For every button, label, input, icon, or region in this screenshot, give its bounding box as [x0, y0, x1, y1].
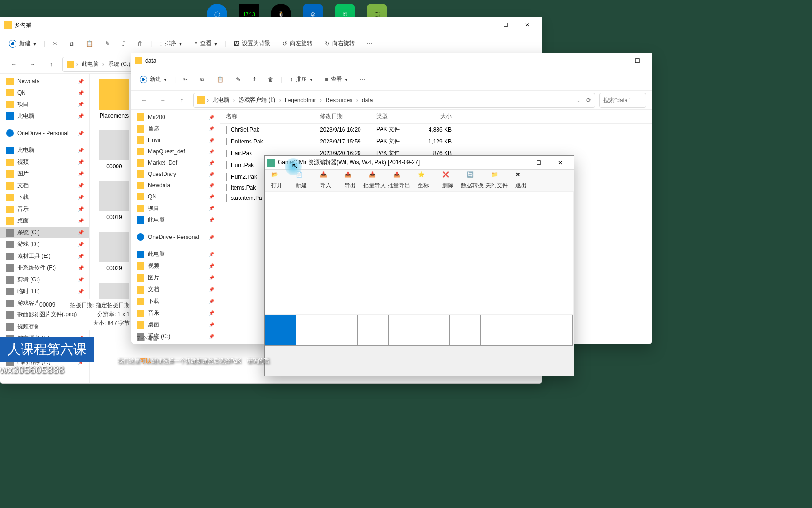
sidebar-item[interactable]: OneDrive - Personal📌 [131, 231, 220, 243]
sidebar-item[interactable]: Newdata📌 [0, 76, 89, 87]
new-button[interactable]: 新建 ▾ [135, 72, 172, 86]
rename-button[interactable]: ✎ [231, 73, 245, 86]
search-input[interactable] [599, 93, 646, 108]
pin-icon[interactable]: 📌 [209, 287, 214, 292]
breadcrumb-item[interactable]: Legendofmir [283, 96, 318, 104]
pin-icon[interactable]: 📌 [78, 289, 84, 294]
pin-icon[interactable]: 📌 [209, 126, 214, 131]
up-button[interactable]: ↑ [174, 93, 189, 108]
more-button[interactable]: ⋯ [355, 73, 370, 86]
back-button[interactable]: ← [137, 93, 152, 108]
rotate-left-button[interactable]: ↺ 向左旋转 [278, 37, 317, 50]
sidebar-item[interactable]: QN📌 [131, 191, 220, 202]
titlebar[interactable]: GameOfMir 资源编辑器(Wil, Wis, Wzl, Pak) [201… [265, 156, 574, 170]
pin-icon[interactable]: 📌 [78, 254, 84, 259]
paste-button[interactable]: 📋 [212, 73, 228, 86]
paste-button[interactable]: 📋 [81, 38, 98, 50]
pin-icon[interactable]: 📌 [209, 194, 214, 199]
pin-icon[interactable]: 📌 [209, 310, 214, 316]
sidebar-item[interactable]: 游戏 (D:)📌 [0, 238, 89, 250]
refresh-button[interactable]: ⟳ [586, 97, 591, 103]
pin-icon[interactable]: 📌 [78, 79, 84, 84]
pin-icon[interactable]: 📌 [78, 131, 84, 136]
sidebar-item[interactable]: 图片📌 [0, 168, 89, 180]
sidebar-item[interactable]: 临时 (H:)📌 [0, 286, 89, 297]
delete-button[interactable]: 🗑 [133, 38, 148, 50]
sidebar-item[interactable]: 项目📌 [0, 98, 89, 110]
sidebar-item[interactable]: Newdata📌 [131, 180, 220, 191]
forward-button[interactable]: → [156, 93, 171, 108]
sidebar-item[interactable]: 素材工具 (E:)📌 [0, 250, 89, 262]
thumbnail[interactable]: 00009 [95, 130, 133, 170]
import-button[interactable]: 📥导入 [313, 170, 338, 191]
sidebar[interactable]: Mir200📌首席📌Envir📌MapQuest_def📌Market_Def📌… [131, 110, 220, 344]
more-button[interactable]: ⋯ [362, 38, 377, 50]
maximize-button[interactable]: ☐ [495, 17, 516, 32]
pin-icon[interactable]: 📌 [209, 149, 214, 154]
sidebar-item[interactable]: MapQuest_def📌 [131, 146, 220, 157]
pin-icon[interactable]: 📌 [78, 113, 84, 119]
thumbnail-cell[interactable] [481, 315, 511, 345]
breadcrumb-item[interactable]: 此电脑 [211, 95, 231, 105]
minimize-button[interactable]: — [506, 155, 528, 170]
sidebar-item[interactable]: 文档📌 [131, 284, 220, 295]
share-button[interactable]: ⤴ [117, 38, 130, 50]
sidebar-item[interactable]: 视频📌 [0, 156, 89, 168]
sidebar-item[interactable]: Market_Def📌 [131, 157, 220, 168]
close-button[interactable]: ✕ [549, 155, 571, 170]
forward-button[interactable]: → [25, 57, 40, 72]
column-headers[interactable]: 名称 修改日期 类型 大小 [220, 110, 652, 124]
pin-icon[interactable]: 📌 [209, 322, 214, 327]
sidebar-item[interactable]: 音乐📌 [131, 307, 220, 319]
view-button[interactable]: ≡ 查看 ▾ [320, 72, 352, 86]
pin-icon[interactable]: 📌 [78, 265, 84, 270]
pin-icon[interactable]: 📌 [209, 299, 214, 304]
sidebar-item[interactable]: QuestDiary📌 [131, 168, 220, 180]
pin-icon[interactable]: 📌 [209, 263, 214, 269]
rotate-right-button[interactable]: ↻ 向右旋转 [320, 37, 359, 50]
sidebar-item[interactable]: 下载📌 [0, 191, 89, 203]
share-button[interactable]: ⤴ [248, 73, 260, 86]
copy-button[interactable]: ⧉ [65, 38, 78, 50]
thumbnail[interactable]: 00019 [95, 181, 133, 221]
pin-icon[interactable]: 📌 [78, 159, 84, 165]
sidebar-item[interactable]: 桌面📌 [131, 319, 220, 331]
pin-icon[interactable]: 📌 [78, 148, 84, 153]
sidebar-item[interactable]: 非系统软件 (F:)📌 [0, 262, 89, 274]
sidebar-item[interactable]: 系统 (C:)📌 [0, 227, 89, 238]
export-button[interactable]: 📤导出 [338, 170, 362, 191]
col-type[interactable]: 类型 [376, 112, 419, 120]
sidebar-item[interactable]: 此电脑📌 [131, 214, 220, 226]
sidebar-item[interactable]: 视频📌 [131, 260, 220, 272]
titlebar[interactable]: data — ☐ [131, 53, 652, 68]
sidebar-item[interactable]: 首席📌 [131, 123, 220, 135]
view-button[interactable]: ≡ 查看 ▾ [189, 37, 222, 50]
copy-button[interactable]: ⧉ [195, 73, 209, 86]
pin-icon[interactable]: 📌 [78, 218, 84, 223]
pin-icon[interactable]: 📌 [78, 230, 84, 235]
batchimport-button[interactable]: 📥批量导入 [362, 170, 387, 191]
col-name[interactable]: 名称 [226, 112, 320, 120]
pin-icon[interactable]: 📌 [209, 235, 214, 240]
delete-button[interactable]: 🗑 [263, 73, 278, 86]
col-size[interactable]: 大小 [419, 112, 452, 120]
breadcrumb-item[interactable]: 系统 (C:) [106, 59, 132, 69]
thumbnail-cell[interactable] [511, 315, 542, 345]
convert-button[interactable]: 🔄数据转换 [460, 170, 484, 191]
sidebar-item[interactable]: 文档📌 [0, 180, 89, 191]
sidebar-item[interactable]: Mir200📌 [131, 111, 220, 123]
pin-icon[interactable]: 📌 [209, 252, 214, 257]
set-background-button[interactable]: 🖼 设置为背景 [229, 37, 275, 50]
rename-button[interactable]: ✎ [101, 38, 115, 50]
sidebar-item[interactable]: 剪辑 (G:)📌 [0, 274, 89, 286]
minimize-button[interactable]: — [605, 53, 626, 68]
closefile-button[interactable]: 📁关闭文件 [484, 170, 509, 191]
thumbnail-cell[interactable] [358, 315, 388, 345]
sidebar-item[interactable]: 此电脑📌 [0, 144, 89, 156]
sidebar-item[interactable]: 此电脑📌 [131, 248, 220, 260]
up-button[interactable]: ↑ [44, 57, 59, 72]
sidebar-item[interactable]: 音乐📌 [0, 203, 89, 215]
pin-icon[interactable]: 📌 [78, 206, 84, 212]
new-button[interactable]: 新建 ▾ [4, 37, 41, 50]
pin-icon[interactable]: 📌 [78, 90, 84, 95]
